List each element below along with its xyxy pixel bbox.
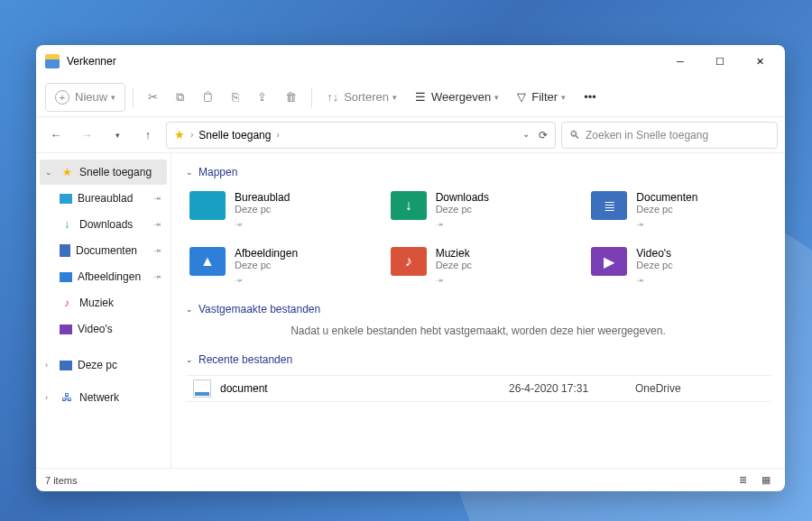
more-button[interactable]: ••• bbox=[577, 83, 604, 112]
sidebar-item-documents[interactable]: Documenten 📌︎ bbox=[40, 238, 167, 263]
maximize-button[interactable]: ☐ bbox=[700, 47, 740, 76]
file-icon bbox=[193, 379, 211, 398]
search-placeholder: Zoeken in Snelle toegang bbox=[586, 129, 708, 142]
file-name: document bbox=[220, 382, 509, 395]
titlebar[interactable]: Verkenner ─ ☐ ✕ bbox=[36, 45, 785, 78]
scissors-icon: ✂ bbox=[148, 90, 158, 104]
folder-name: Documenten bbox=[636, 191, 697, 204]
download-icon: ↓ bbox=[60, 217, 74, 232]
copy-button[interactable]: ⧉ bbox=[169, 83, 191, 112]
folder-icon: ▶ bbox=[591, 247, 627, 276]
folder-icon bbox=[189, 191, 226, 220]
rename-icon: ⎘ bbox=[232, 90, 239, 104]
minimize-button[interactable]: ─ bbox=[660, 47, 700, 76]
share-button[interactable]: ⇪ bbox=[250, 83, 274, 112]
music-icon: ♪ bbox=[60, 296, 74, 310]
item-count: 7 items bbox=[45, 475, 77, 486]
pin-icon: 📌︎ bbox=[433, 274, 445, 286]
filter-icon: ▽ bbox=[517, 90, 526, 104]
sort-button[interactable]: ↑↓ Sorteren ▾ bbox=[319, 83, 404, 112]
chevron-right-icon: › bbox=[45, 393, 54, 402]
sidebar-item-pictures[interactable]: Afbeeldingen 📌︎ bbox=[40, 264, 167, 289]
section-recent[interactable]: ⌄ Recente bestanden bbox=[186, 353, 770, 366]
pinned-empty-message: Nadat u enkele bestanden hebt vastgemaak… bbox=[186, 324, 770, 337]
refresh-button[interactable]: ⟳ bbox=[539, 129, 548, 142]
chevron-down-icon: ⌄ bbox=[45, 168, 54, 177]
sort-label: Sorteren bbox=[344, 90, 389, 104]
pin-icon: 📌︎ bbox=[152, 218, 163, 230]
sidebar-item-music[interactable]: ♪ Muziek bbox=[40, 290, 167, 315]
folder-item[interactable]: ▲ Afbeeldingen Deze pc 📌︎ bbox=[186, 243, 369, 290]
pin-icon: 📌︎ bbox=[634, 218, 646, 230]
sidebar-item-this-pc[interactable]: › Deze pc bbox=[40, 352, 167, 378]
sidebar-item-label: Video's bbox=[78, 323, 113, 335]
view-label: Weergeven bbox=[431, 90, 491, 104]
delete-button[interactable]: 🗑︎ bbox=[278, 83, 304, 112]
forward-button[interactable]: → bbox=[74, 123, 99, 148]
folder-location: Deze pc bbox=[636, 260, 672, 270]
sidebar-item-quick-access[interactable]: ⌄ ★ Snelle toegang bbox=[40, 160, 167, 185]
file-location: OneDrive bbox=[635, 382, 681, 395]
folder-item[interactable]: Bureaublad Deze pc 📌︎ bbox=[186, 187, 369, 234]
network-icon: 🖧︎ bbox=[60, 390, 74, 405]
paste-button[interactable]: 📋︎ bbox=[195, 83, 221, 112]
folder-icon: ≣ bbox=[591, 191, 627, 220]
address-dropdown-button[interactable]: ⌄ bbox=[522, 129, 530, 142]
more-icon: ••• bbox=[584, 90, 596, 104]
pin-icon: 📌︎ bbox=[152, 192, 163, 204]
sidebar-item-videos[interactable]: Video's bbox=[40, 316, 167, 342]
folder-item[interactable]: ↓ Downloads Deze pc 📌︎ bbox=[387, 187, 570, 234]
sidebar-item-label: Deze pc bbox=[78, 359, 117, 371]
folder-name: Bureaublad bbox=[235, 191, 290, 204]
star-icon: ★ bbox=[60, 165, 74, 179]
folder-item[interactable]: ♪ Muziek Deze pc 📌︎ bbox=[387, 243, 570, 290]
chevron-right-icon: › bbox=[190, 130, 193, 140]
section-folders[interactable]: ⌄ Mappen bbox=[186, 166, 770, 178]
folder-location: Deze pc bbox=[636, 204, 697, 215]
back-button[interactable]: ← bbox=[43, 123, 69, 148]
sidebar-item-label: Afbeeldingen bbox=[78, 270, 141, 283]
explorer-icon bbox=[45, 54, 60, 69]
document-icon bbox=[60, 244, 70, 257]
details-view-button[interactable]: ≣ bbox=[733, 472, 752, 489]
thumbnails-view-button[interactable]: ▦ bbox=[756, 472, 776, 489]
sidebar-item-network[interactable]: › 🖧︎ Netwerk bbox=[40, 385, 167, 410]
close-button[interactable]: ✕ bbox=[740, 47, 780, 76]
breadcrumb-current[interactable]: Snelle toegang bbox=[198, 129, 271, 142]
chevron-down-icon: ▾ bbox=[111, 93, 115, 102]
address-bar[interactable]: ★ › Snelle toegang › ⌄ ⟳ bbox=[166, 122, 556, 149]
trash-icon: 🗑︎ bbox=[285, 90, 297, 104]
sidebar-item-desktop[interactable]: Bureaublad 📌︎ bbox=[40, 186, 167, 211]
view-button[interactable]: ☰ Weergeven ▾ bbox=[408, 83, 506, 112]
folder-item[interactable]: ≣ Documenten Deze pc 📌︎ bbox=[587, 187, 770, 234]
video-icon bbox=[60, 324, 72, 334]
sort-icon: ↑↓ bbox=[327, 90, 338, 104]
sidebar-item-label: Documenten bbox=[76, 244, 137, 257]
up-button[interactable]: ↑ bbox=[135, 123, 161, 148]
plus-icon: + bbox=[55, 90, 69, 105]
folder-name: Video's bbox=[636, 247, 672, 260]
recent-file-item[interactable]: document 26-4-2020 17:31 OneDrive bbox=[186, 375, 770, 402]
pin-icon: 📌︎ bbox=[634, 274, 646, 286]
chevron-right-icon: › bbox=[276, 130, 279, 140]
folder-item[interactable]: ▶ Video's Deze pc 📌︎ bbox=[587, 243, 770, 290]
sidebar: ⌄ ★ Snelle toegang Bureaublad 📌︎ ↓ Downl… bbox=[36, 153, 171, 468]
folder-name: Muziek bbox=[436, 247, 472, 260]
folder-location: Deze pc bbox=[235, 204, 290, 215]
chevron-down-icon: ⌄ bbox=[186, 305, 193, 314]
folder-icon: ▲ bbox=[189, 247, 226, 276]
section-label: Vastgemaakte bestanden bbox=[198, 303, 320, 315]
desktop-icon bbox=[60, 194, 72, 204]
section-pinned[interactable]: ⌄ Vastgemaakte bestanden bbox=[186, 303, 770, 315]
new-button[interactable]: + Nieuw ▾ bbox=[45, 83, 125, 112]
pin-icon: 📌︎ bbox=[152, 244, 163, 256]
recent-locations-button[interactable]: ▾ bbox=[105, 123, 130, 148]
search-input[interactable]: 🔍︎ Zoeken in Snelle toegang bbox=[561, 122, 778, 149]
cut-button[interactable]: ✂ bbox=[141, 83, 165, 112]
pin-icon: 📌︎ bbox=[433, 218, 445, 230]
content-pane: ⌄ Mappen Bureaublad Deze pc 📌︎ ↓ Downloa… bbox=[171, 153, 785, 468]
chevron-right-icon: › bbox=[45, 361, 54, 370]
filter-button[interactable]: ▽ Filter ▾ bbox=[510, 83, 573, 112]
rename-button[interactable]: ⎘ bbox=[225, 83, 246, 112]
sidebar-item-downloads[interactable]: ↓ Downloads 📌︎ bbox=[40, 212, 167, 237]
